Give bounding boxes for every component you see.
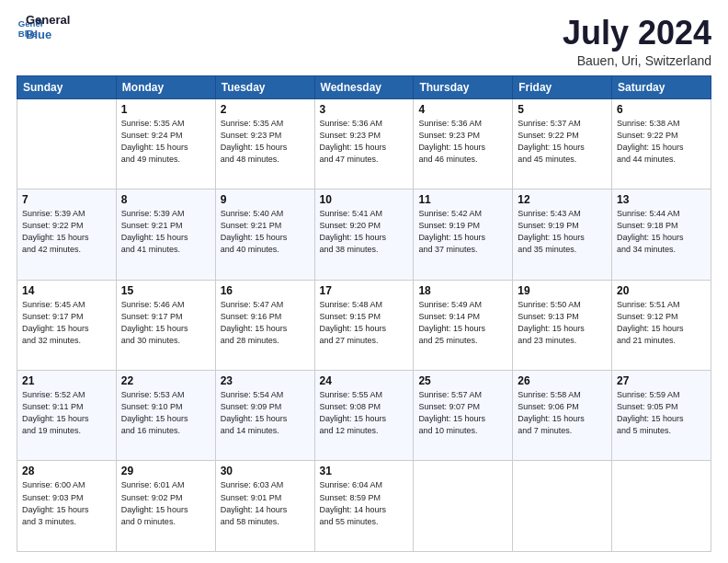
day-info: Sunrise: 5:42 AM Sunset: 9:19 PM Dayligh…: [418, 208, 507, 256]
day-info: Sunrise: 5:44 AM Sunset: 9:18 PM Dayligh…: [617, 208, 706, 256]
calendar-week-4: 21Sunrise: 5:52 AM Sunset: 9:11 PM Dayli…: [17, 371, 711, 461]
day-info: Sunrise: 5:35 AM Sunset: 9:24 PM Dayligh…: [121, 118, 210, 166]
calendar-cell: 18Sunrise: 5:49 AM Sunset: 9:14 PM Dayli…: [414, 280, 513, 370]
calendar-cell: 7Sunrise: 5:39 AM Sunset: 9:22 PM Daylig…: [17, 190, 117, 280]
day-number: 27: [617, 374, 706, 387]
day-number: 1: [121, 103, 210, 116]
day-info: Sunrise: 5:39 AM Sunset: 9:21 PM Dayligh…: [121, 208, 210, 256]
weekday-header-sunday: Sunday: [17, 75, 117, 98]
day-number: 14: [22, 284, 111, 297]
day-number: 8: [121, 193, 210, 206]
calendar-week-2: 7Sunrise: 5:39 AM Sunset: 9:22 PM Daylig…: [17, 190, 711, 280]
calendar-cell: 11Sunrise: 5:42 AM Sunset: 9:19 PM Dayli…: [414, 190, 513, 280]
calendar-title: July 2024: [563, 15, 711, 52]
day-info: Sunrise: 5:36 AM Sunset: 9:23 PM Dayligh…: [320, 118, 409, 166]
day-info: Sunrise: 5:49 AM Sunset: 9:14 PM Dayligh…: [418, 299, 507, 347]
day-number: 6: [617, 103, 706, 116]
weekday-header-friday: Friday: [513, 75, 612, 98]
day-number: 17: [320, 284, 409, 297]
day-info: Sunrise: 6:04 AM Sunset: 8:59 PM Dayligh…: [320, 479, 409, 527]
day-info: Sunrise: 5:46 AM Sunset: 9:17 PM Dayligh…: [121, 299, 210, 347]
calendar-week-3: 14Sunrise: 5:45 AM Sunset: 9:17 PM Dayli…: [17, 280, 711, 370]
day-number: 10: [320, 193, 409, 206]
day-number: 24: [320, 374, 409, 387]
day-info: Sunrise: 5:37 AM Sunset: 9:22 PM Dayligh…: [518, 118, 607, 166]
calendar-cell: 23Sunrise: 5:54 AM Sunset: 9:09 PM Dayli…: [215, 371, 314, 461]
day-number: 5: [518, 103, 607, 116]
calendar-cell: 19Sunrise: 5:50 AM Sunset: 9:13 PM Dayli…: [513, 280, 612, 370]
calendar-cell: 9Sunrise: 5:40 AM Sunset: 9:21 PM Daylig…: [215, 190, 314, 280]
calendar-cell: 20Sunrise: 5:51 AM Sunset: 9:12 PM Dayli…: [612, 280, 711, 370]
day-info: Sunrise: 5:47 AM Sunset: 9:16 PM Dayligh…: [221, 299, 310, 347]
calendar-cell: 2Sunrise: 5:35 AM Sunset: 9:23 PM Daylig…: [215, 98, 314, 189]
day-info: Sunrise: 5:57 AM Sunset: 9:07 PM Dayligh…: [418, 389, 507, 437]
day-number: 7: [22, 193, 111, 206]
weekday-header-monday: Monday: [116, 75, 215, 98]
day-info: Sunrise: 5:40 AM Sunset: 9:21 PM Dayligh…: [221, 208, 310, 256]
weekday-header-tuesday: Tuesday: [215, 75, 314, 98]
day-number: 25: [418, 374, 507, 387]
calendar-cell: [612, 461, 711, 552]
day-number: 3: [320, 103, 409, 116]
day-info: Sunrise: 5:38 AM Sunset: 9:22 PM Dayligh…: [617, 118, 706, 166]
day-number: 28: [22, 465, 111, 477]
day-number: 12: [518, 193, 607, 206]
calendar-cell: 12Sunrise: 5:43 AM Sunset: 9:19 PM Dayli…: [513, 190, 612, 280]
calendar-week-5: 28Sunrise: 6:00 AM Sunset: 9:03 PM Dayli…: [17, 461, 711, 552]
weekday-header-saturday: Saturday: [612, 75, 711, 98]
calendar-cell: 3Sunrise: 5:36 AM Sunset: 9:23 PM Daylig…: [314, 98, 414, 189]
day-info: Sunrise: 6:00 AM Sunset: 9:03 PM Dayligh…: [22, 479, 111, 527]
day-number: 2: [221, 103, 310, 116]
day-info: Sunrise: 5:43 AM Sunset: 9:19 PM Dayligh…: [518, 208, 607, 256]
day-info: Sunrise: 5:41 AM Sunset: 9:20 PM Dayligh…: [320, 208, 409, 256]
day-number: 31: [320, 465, 409, 477]
calendar-cell: 15Sunrise: 5:46 AM Sunset: 9:17 PM Dayli…: [116, 280, 215, 370]
logo: General Blue General Blue: [17, 15, 70, 41]
day-number: 30: [221, 465, 310, 477]
day-info: Sunrise: 5:35 AM Sunset: 9:23 PM Dayligh…: [221, 118, 310, 166]
day-info: Sunrise: 5:55 AM Sunset: 9:08 PM Dayligh…: [320, 389, 409, 437]
calendar-table: SundayMondayTuesdayWednesdayThursdayFrid…: [17, 75, 711, 552]
calendar-cell: 4Sunrise: 5:36 AM Sunset: 9:23 PM Daylig…: [414, 98, 513, 189]
day-number: 20: [617, 284, 706, 297]
calendar-cell: 21Sunrise: 5:52 AM Sunset: 9:11 PM Dayli…: [17, 371, 117, 461]
calendar-cell: [513, 461, 612, 552]
weekday-header-wednesday: Wednesday: [314, 75, 414, 98]
calendar-cell: 8Sunrise: 5:39 AM Sunset: 9:21 PM Daylig…: [116, 190, 215, 280]
calendar-cell: 29Sunrise: 6:01 AM Sunset: 9:02 PM Dayli…: [116, 461, 215, 552]
weekday-header-thursday: Thursday: [414, 75, 513, 98]
calendar-cell: 31Sunrise: 6:04 AM Sunset: 8:59 PM Dayli…: [314, 461, 414, 552]
header: General Blue General Blue July 2024 Baue…: [17, 15, 711, 68]
calendar-cell: 22Sunrise: 5:53 AM Sunset: 9:10 PM Dayli…: [116, 371, 215, 461]
calendar-cell: 5Sunrise: 5:37 AM Sunset: 9:22 PM Daylig…: [513, 98, 612, 189]
day-number: 16: [221, 284, 310, 297]
calendar-subtitle: Bauen, Uri, Switzerland: [563, 53, 711, 68]
day-info: Sunrise: 5:59 AM Sunset: 9:05 PM Dayligh…: [617, 389, 706, 437]
calendar-cell: [414, 461, 513, 552]
day-number: 26: [518, 374, 607, 387]
day-info: Sunrise: 5:52 AM Sunset: 9:11 PM Dayligh…: [22, 389, 111, 437]
day-number: 18: [418, 284, 507, 297]
calendar-cell: 17Sunrise: 5:48 AM Sunset: 9:15 PM Dayli…: [314, 280, 414, 370]
day-info: Sunrise: 5:53 AM Sunset: 9:10 PM Dayligh…: [121, 389, 210, 437]
day-info: Sunrise: 5:48 AM Sunset: 9:15 PM Dayligh…: [320, 299, 409, 347]
day-number: 23: [221, 374, 310, 387]
day-number: 4: [418, 103, 507, 116]
calendar-cell: 6Sunrise: 5:38 AM Sunset: 9:22 PM Daylig…: [612, 98, 711, 189]
calendar-cell: 24Sunrise: 5:55 AM Sunset: 9:08 PM Dayli…: [314, 371, 414, 461]
calendar-cell: 13Sunrise: 5:44 AM Sunset: 9:18 PM Dayli…: [612, 190, 711, 280]
calendar-cell: 10Sunrise: 5:41 AM Sunset: 9:20 PM Dayli…: [314, 190, 414, 280]
day-info: Sunrise: 5:39 AM Sunset: 9:22 PM Dayligh…: [22, 208, 111, 256]
calendar-cell: 30Sunrise: 6:03 AM Sunset: 9:01 PM Dayli…: [215, 461, 314, 552]
day-number: 15: [121, 284, 210, 297]
day-number: 22: [121, 374, 210, 387]
calendar-cell: 27Sunrise: 5:59 AM Sunset: 9:05 PM Dayli…: [612, 371, 711, 461]
day-info: Sunrise: 6:03 AM Sunset: 9:01 PM Dayligh…: [221, 479, 310, 527]
day-number: 9: [221, 193, 310, 206]
calendar-cell: 25Sunrise: 5:57 AM Sunset: 9:07 PM Dayli…: [414, 371, 513, 461]
day-info: Sunrise: 6:01 AM Sunset: 9:02 PM Dayligh…: [121, 479, 210, 527]
day-info: Sunrise: 5:51 AM Sunset: 9:12 PM Dayligh…: [617, 299, 706, 347]
logo-text-general: General: [26, 13, 70, 28]
day-info: Sunrise: 5:36 AM Sunset: 9:23 PM Dayligh…: [418, 118, 507, 166]
day-info: Sunrise: 5:50 AM Sunset: 9:13 PM Dayligh…: [518, 299, 607, 347]
